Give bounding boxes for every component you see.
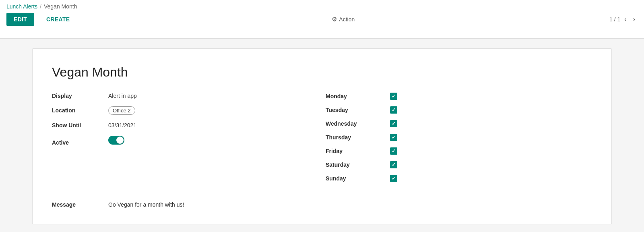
active-label: Active bbox=[52, 139, 108, 146]
day-row: Saturday bbox=[326, 161, 592, 168]
topbar: Lunch Alerts / Vegan Month EDIT CREATE ⚙… bbox=[0, 0, 644, 39]
edit-button[interactable]: EDIT bbox=[6, 13, 34, 26]
day-label: Wednesday bbox=[326, 120, 390, 127]
pagination-area: 1 / 1 ‹ › bbox=[609, 14, 638, 24]
show-until-label: Show Until bbox=[52, 122, 108, 128]
main-content: Vegan Month Display Alert in app Locatio… bbox=[0, 39, 644, 232]
day-row: Monday bbox=[326, 93, 592, 100]
message-row: Message Go Vegan for a month with us! bbox=[52, 201, 592, 208]
toggle-knob bbox=[116, 137, 124, 144]
day-row: Tuesday bbox=[326, 106, 592, 114]
day-checkbox[interactable] bbox=[390, 93, 397, 100]
day-label: Tuesday bbox=[326, 107, 390, 113]
day-checkbox[interactable] bbox=[390, 175, 397, 182]
location-badge: Office 2 bbox=[108, 106, 135, 115]
message-section: Message Go Vegan for a month with us! bbox=[52, 201, 592, 208]
create-button[interactable]: CREATE bbox=[39, 13, 77, 26]
location-label: Location bbox=[52, 107, 108, 114]
next-button[interactable]: › bbox=[631, 14, 638, 24]
breadcrumb-current: Vegan Month bbox=[44, 3, 77, 10]
display-label: Display bbox=[52, 93, 108, 99]
day-checkbox[interactable] bbox=[390, 120, 397, 127]
gear-icon: ⚙ bbox=[332, 16, 337, 23]
day-label: Friday bbox=[326, 148, 390, 154]
day-label: Thursday bbox=[326, 134, 390, 141]
day-checkbox[interactable] bbox=[390, 134, 397, 141]
show-until-field-row: Show Until 03/31/2021 bbox=[52, 122, 293, 128]
active-field-row: Active bbox=[52, 136, 293, 146]
display-field-row: Display Alert in app bbox=[52, 93, 293, 99]
record-card: Vegan Month Display Alert in app Locatio… bbox=[32, 48, 612, 224]
day-row: Wednesday bbox=[326, 120, 592, 127]
fields-left: Display Alert in app Location Office 2 S… bbox=[52, 93, 293, 188]
toggle-track[interactable] bbox=[108, 136, 124, 145]
day-checkbox[interactable] bbox=[390, 106, 397, 114]
active-toggle[interactable] bbox=[108, 136, 124, 145]
day-label: Sunday bbox=[326, 175, 390, 182]
fields-grid: Display Alert in app Location Office 2 S… bbox=[52, 93, 592, 188]
display-value: Alert in app bbox=[108, 93, 137, 99]
message-label: Message bbox=[52, 201, 108, 208]
record-title: Vegan Month bbox=[52, 65, 592, 80]
breadcrumb: Lunch Alerts / Vegan Month bbox=[0, 0, 644, 10]
day-label: Saturday bbox=[326, 162, 390, 168]
message-value: Go Vegan for a month with us! bbox=[108, 201, 184, 208]
show-until-value: 03/31/2021 bbox=[108, 122, 136, 128]
breadcrumb-separator: / bbox=[40, 3, 41, 10]
day-checkbox[interactable] bbox=[390, 161, 397, 168]
pagination-count: 1 / 1 bbox=[609, 16, 620, 23]
location-value: Office 2 bbox=[108, 106, 135, 115]
breadcrumb-parent-link[interactable]: Lunch Alerts bbox=[6, 3, 37, 10]
day-row: Sunday bbox=[326, 175, 592, 182]
prev-button[interactable]: ‹ bbox=[622, 14, 629, 24]
action-row: EDIT CREATE ⚙ Action 1 / 1 ‹ › bbox=[0, 10, 644, 29]
action-center: ⚙ Action bbox=[82, 16, 605, 23]
action-button[interactable]: ⚙ Action bbox=[332, 16, 355, 23]
day-label: Monday bbox=[326, 93, 390, 99]
location-field-row: Location Office 2 bbox=[52, 106, 293, 115]
day-checkbox[interactable] bbox=[390, 147, 397, 155]
fields-right: MondayTuesdayWednesdayThursdayFridaySatu… bbox=[293, 93, 592, 188]
day-row: Thursday bbox=[326, 134, 592, 141]
day-row: Friday bbox=[326, 147, 592, 155]
action-label: Action bbox=[339, 16, 355, 23]
